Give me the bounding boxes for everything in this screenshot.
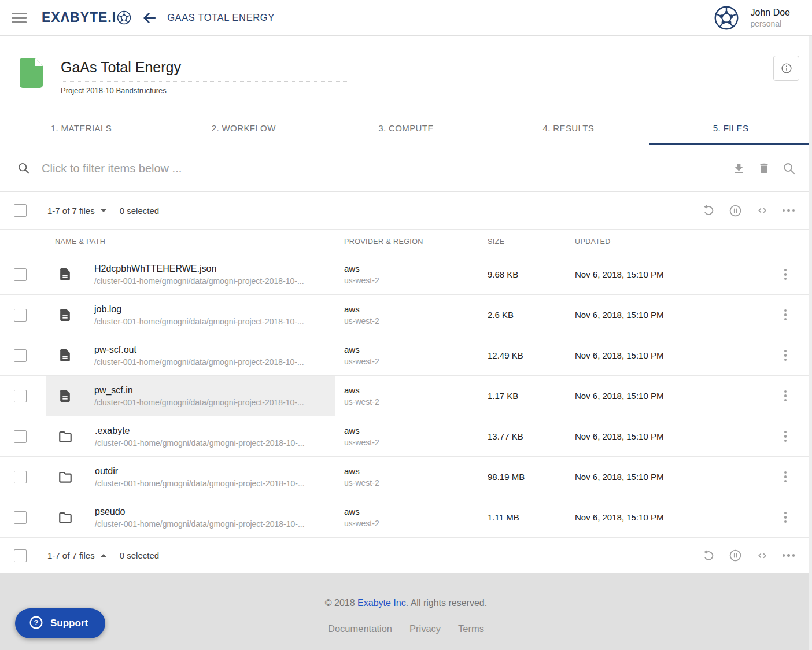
row-checkbox[interactable] bbox=[14, 430, 27, 443]
file-updated: Nov 6, 2018, 15:10 PM bbox=[575, 350, 663, 360]
column-provider-region: PROVIDER & REGION bbox=[344, 238, 423, 246]
column-size: SIZE bbox=[488, 238, 504, 246]
search-icon[interactable] bbox=[783, 162, 796, 175]
download-icon[interactable] bbox=[732, 162, 745, 175]
delete-icon[interactable] bbox=[758, 162, 770, 175]
code-icon[interactable] bbox=[756, 204, 769, 217]
tab-compute[interactable]: 3. COMPUTE bbox=[325, 112, 488, 145]
file-icon bbox=[58, 308, 72, 322]
provider: aws bbox=[344, 426, 379, 435]
svg-text:?: ? bbox=[34, 618, 39, 627]
more-icon[interactable] bbox=[783, 209, 795, 212]
provider: aws bbox=[344, 385, 379, 395]
folder-name: pseudo bbox=[95, 507, 305, 517]
tab-files[interactable]: 5. FILES bbox=[649, 112, 812, 145]
row-checkbox[interactable] bbox=[14, 511, 27, 524]
region: us-west-2 bbox=[344, 316, 379, 326]
column-name-path: NAME & PATH bbox=[55, 238, 105, 246]
info-button[interactable] bbox=[773, 56, 799, 81]
file-updated: Nov 6, 2018, 15:10 PM bbox=[575, 512, 663, 522]
caret-down-icon bbox=[101, 209, 106, 212]
back-arrow-icon[interactable] bbox=[142, 10, 157, 25]
file-size: 12.49 KB bbox=[488, 350, 523, 360]
region: us-west-2 bbox=[344, 397, 379, 407]
row-menu-icon[interactable] bbox=[782, 388, 789, 404]
row-checkbox[interactable] bbox=[14, 349, 27, 362]
table-row[interactable]: pw-scf.out /cluster-001-home/gmogni/data… bbox=[0, 335, 812, 376]
file-name: pw_scf.in bbox=[94, 385, 304, 396]
provider: aws bbox=[344, 466, 379, 476]
select-all-checkbox[interactable] bbox=[14, 549, 27, 562]
file-size: 98.19 MB bbox=[488, 472, 525, 482]
refresh-icon[interactable] bbox=[702, 549, 715, 562]
region: us-west-2 bbox=[344, 357, 379, 366]
menu-icon[interactable] bbox=[12, 13, 27, 23]
region: us-west-2 bbox=[344, 478, 379, 488]
table-toolbar-bottom: 1-7 of 7 files 0 selected bbox=[0, 538, 812, 573]
row-checkbox[interactable] bbox=[14, 268, 27, 281]
table-row[interactable]: pseudo /cluster-001-home/gmogni/data/gmo… bbox=[0, 497, 812, 538]
footer-link-terms[interactable]: Terms bbox=[458, 623, 484, 634]
file-name: job.log bbox=[94, 304, 304, 315]
file-updated: Nov 6, 2018, 15:10 PM bbox=[575, 310, 663, 320]
company-link[interactable]: Exabyte Inc bbox=[357, 598, 406, 608]
table-row[interactable]: pw_scf.in /cluster-001-home/gmogni/data/… bbox=[0, 376, 812, 416]
scrollbar[interactable] bbox=[809, 36, 812, 650]
region: us-west-2 bbox=[344, 519, 379, 528]
provider: aws bbox=[344, 507, 379, 516]
table-row[interactable]: .exabyte /cluster-001-home/gmogni/data/g… bbox=[0, 416, 812, 457]
region: us-west-2 bbox=[344, 438, 379, 447]
table-row[interactable]: H2dcpbhWhTTEHERWE.json /cluster-001-home… bbox=[0, 254, 812, 295]
top-header: EXΛBYTE.I bbox=[0, 0, 812, 36]
support-button[interactable]: ? Support bbox=[15, 608, 105, 638]
row-menu-icon[interactable] bbox=[782, 429, 789, 445]
file-path: /cluster-001-home/gmogni/data/gmogni-pro… bbox=[94, 317, 304, 326]
row-menu-icon[interactable] bbox=[782, 509, 789, 526]
select-all-checkbox[interactable] bbox=[14, 204, 27, 217]
table-row[interactable]: job.log /cluster-001-home/gmogni/data/gm… bbox=[0, 295, 812, 335]
provider: aws bbox=[344, 264, 379, 274]
folder-path: /cluster-001-home/gmogni/data/gmogni-pro… bbox=[95, 519, 305, 529]
selected-count: 0 selected bbox=[120, 551, 159, 560]
tab-results[interactable]: 4. RESULTS bbox=[487, 112, 649, 145]
pagination-dropdown[interactable]: 1-7 of 7 files bbox=[47, 551, 106, 560]
pause-icon[interactable] bbox=[729, 204, 742, 217]
table-toolbar-top: 1-7 of 7 files 0 selected bbox=[0, 192, 812, 229]
header-page-title: GAAS TOTAL ENERGY bbox=[167, 12, 275, 23]
refresh-icon[interactable] bbox=[702, 204, 715, 217]
folder-icon bbox=[58, 429, 73, 444]
row-menu-icon[interactable] bbox=[782, 469, 789, 485]
footer-link-documentation[interactable]: Documentation bbox=[328, 623, 392, 634]
row-menu-icon[interactable] bbox=[782, 348, 789, 364]
row-checkbox[interactable] bbox=[14, 309, 27, 322]
logo-text: EXΛBYTE.I bbox=[42, 10, 116, 25]
folder-icon bbox=[58, 470, 73, 485]
exabyte-logo[interactable]: EXΛBYTE.I bbox=[42, 10, 131, 25]
file-updated: Nov 6, 2018, 15:10 PM bbox=[575, 472, 663, 482]
green-file-icon bbox=[20, 58, 43, 90]
caret-up-icon bbox=[101, 554, 106, 557]
avatar[interactable] bbox=[714, 5, 739, 31]
code-icon[interactable] bbox=[756, 549, 769, 562]
row-menu-icon[interactable] bbox=[782, 267, 789, 283]
file-updated: Nov 6, 2018, 15:10 PM bbox=[575, 431, 663, 441]
folder-path: /cluster-001-home/gmogni/data/gmogni-pro… bbox=[95, 438, 305, 448]
tab-materials[interactable]: 1. MATERIALS bbox=[0, 112, 163, 145]
row-menu-icon[interactable] bbox=[782, 307, 789, 323]
more-icon[interactable] bbox=[783, 554, 795, 557]
table-header: NAME & PATH PROVIDER & REGION SIZE UPDAT… bbox=[0, 229, 812, 254]
row-checkbox[interactable] bbox=[14, 390, 27, 402]
footer-link-privacy[interactable]: Privacy bbox=[409, 623, 441, 634]
selected-count: 0 selected bbox=[120, 206, 159, 216]
file-updated: Nov 6, 2018, 15:10 PM bbox=[575, 391, 663, 401]
file-size: 1.17 KB bbox=[488, 391, 518, 401]
user-account: personal bbox=[751, 19, 791, 28]
app-window: EXΛBYTE.I bbox=[0, 0, 812, 650]
row-checkbox[interactable] bbox=[14, 471, 27, 483]
pagination-dropdown[interactable]: 1-7 of 7 files bbox=[47, 206, 106, 216]
tab-workflow[interactable]: 2. WORKFLOW bbox=[163, 112, 325, 145]
filter-input[interactable] bbox=[42, 162, 732, 175]
pause-icon[interactable] bbox=[729, 549, 742, 562]
file-size: 9.68 KB bbox=[488, 269, 518, 279]
table-row[interactable]: outdir /cluster-001-home/gmogni/data/gmo… bbox=[0, 457, 812, 497]
